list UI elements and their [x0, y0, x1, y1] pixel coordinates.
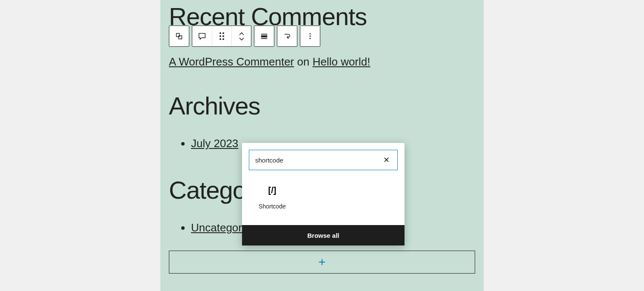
- more-options-button[interactable]: [300, 26, 320, 46]
- block-type-button[interactable]: [192, 26, 212, 46]
- svg-rect-2: [261, 38, 268, 39]
- svg-rect-0: [261, 34, 268, 35]
- clear-search-button[interactable]: ✕: [382, 154, 391, 166]
- align-icon: [259, 31, 269, 41]
- block-toolbar: [169, 26, 320, 47]
- svg-point-3: [310, 33, 311, 34]
- archives-heading[interactable]: Archives: [169, 91, 475, 120]
- move-up-down-button[interactable]: [231, 26, 251, 46]
- drag-handle[interactable]: [212, 26, 231, 46]
- select-parent-button[interactable]: [169, 26, 189, 46]
- block-inserter-popover: ✕ [/] Shortcode Browse all: [242, 143, 405, 245]
- close-icon: ✕: [383, 156, 390, 164]
- recent-comment-item: A WordPress Commenter on Hello world!: [169, 55, 475, 68]
- replace-icon: [282, 31, 292, 41]
- svg-point-5: [310, 38, 311, 39]
- align-button[interactable]: [254, 26, 274, 46]
- block-item-label: Shortcode: [259, 203, 286, 210]
- archive-link[interactable]: July 2023: [191, 137, 238, 150]
- group-icon: [174, 31, 184, 41]
- search-box: ✕: [249, 150, 398, 170]
- comment-post-link[interactable]: Hello world!: [313, 55, 370, 68]
- more-vertical-icon: [305, 31, 315, 41]
- comment-separator: on: [294, 55, 312, 68]
- browse-all-button[interactable]: Browse all: [242, 225, 405, 245]
- toolbar-group-transform: [277, 26, 297, 47]
- comment-author-link[interactable]: A WordPress Commenter: [169, 55, 294, 68]
- toolbar-group-main: [192, 26, 251, 47]
- latest-comments-icon: [197, 31, 207, 41]
- svg-point-4: [310, 36, 311, 37]
- chevron-up-down-icon: [239, 32, 245, 41]
- search-wrap: ✕: [242, 143, 405, 177]
- toolbar-group-more: [300, 26, 320, 47]
- svg-rect-1: [261, 35, 268, 37]
- search-input[interactable]: [255, 157, 382, 164]
- toolbar-group-align: [254, 26, 274, 47]
- shortcode-icon: [/]: [268, 185, 276, 195]
- block-item-shortcode[interactable]: [/] Shortcode: [249, 180, 296, 215]
- add-block-button[interactable]: [169, 251, 475, 274]
- replace-button[interactable]: [277, 26, 297, 46]
- search-results: [/] Shortcode: [242, 177, 405, 225]
- drag-icon: [219, 32, 224, 40]
- toolbar-group-parent: [169, 26, 189, 47]
- plus-icon: [317, 257, 327, 267]
